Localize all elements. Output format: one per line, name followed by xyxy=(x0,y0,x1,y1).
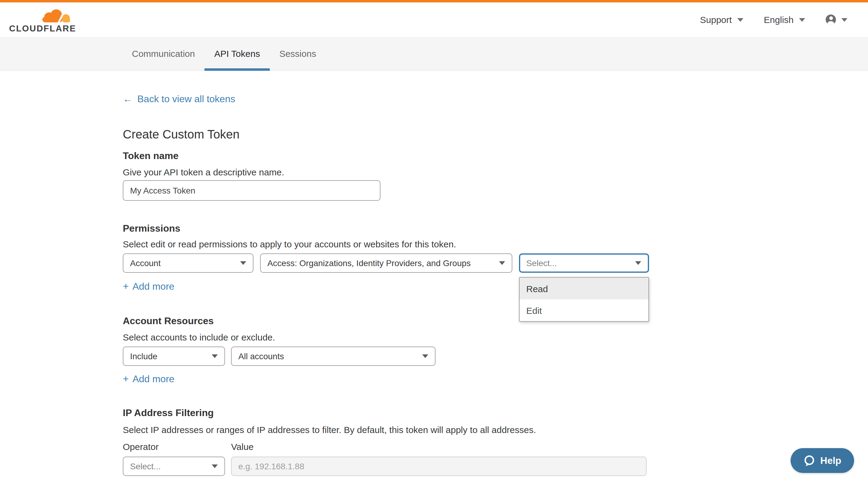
tab-label: Communication xyxy=(132,49,195,59)
ip-filtering-labels: Operator Value xyxy=(123,442,868,451)
tab-communication[interactable]: Communication xyxy=(122,37,205,70)
token-name-heading: Token name xyxy=(123,151,868,161)
active-tab-underline xyxy=(205,68,270,71)
token-name-input[interactable] xyxy=(123,180,380,201)
permissions-row: Account Access: Organizations, Identity … xyxy=(123,253,868,273)
header-nav: Support English xyxy=(700,2,848,37)
back-arrow-icon: ← xyxy=(123,94,132,104)
add-more-permission-link[interactable]: + Add more xyxy=(123,282,175,291)
top-accent-bar xyxy=(0,0,868,2)
support-menu[interactable]: Support xyxy=(700,14,743,25)
permission-level-menu: Read Edit xyxy=(519,277,649,322)
tab-label: Sessions xyxy=(279,49,316,59)
chevron-down-icon xyxy=(841,18,847,22)
chat-bubble-icon xyxy=(803,454,815,467)
tab-label: API Tokens xyxy=(214,49,260,59)
permission-level-select[interactable]: Select... xyxy=(519,253,649,273)
menu-option-edit[interactable]: Edit xyxy=(520,299,648,321)
main-content: ← Back to view all tokens Create Custom … xyxy=(0,71,868,476)
permission-resource-value: Access: Organizations, Identity Provider… xyxy=(267,258,471,268)
chevron-down-icon xyxy=(799,18,805,22)
help-label: Help xyxy=(820,455,841,466)
ip-filtering-description: Select IP addresses or ranges of IP addr… xyxy=(123,425,868,434)
token-name-description: Give your API token a descriptive name. xyxy=(123,167,868,176)
account-resources-row: Include All accounts xyxy=(123,347,868,366)
resource-accounts-value: All accounts xyxy=(238,351,284,361)
ip-value-input[interactable] xyxy=(231,457,647,476)
caret-down-icon xyxy=(212,464,218,468)
back-link-label: Back to view all tokens xyxy=(137,94,235,104)
tab-bar: Communication API Tokens Sessions xyxy=(0,37,868,71)
back-link[interactable]: ← Back to view all tokens xyxy=(123,94,235,104)
cloudflare-wordmark: CLOUDFLARE xyxy=(9,25,72,33)
plus-icon: + xyxy=(123,282,129,291)
plus-icon: + xyxy=(123,374,129,384)
ip-operator-select[interactable]: Select... xyxy=(123,457,225,476)
caret-down-icon xyxy=(499,261,505,265)
account-resources-heading: Account Resources xyxy=(123,316,868,326)
ip-filtering-row: Select... xyxy=(123,457,868,476)
tab-sessions[interactable]: Sessions xyxy=(270,37,326,70)
cloudflare-cloud-icon xyxy=(40,9,72,24)
permission-scope-value: Account xyxy=(130,258,161,268)
language-menu[interactable]: English xyxy=(764,14,805,25)
tab-api-tokens[interactable]: API Tokens xyxy=(205,37,270,70)
user-avatar-icon xyxy=(826,14,836,25)
cloudflare-dashboard: CLOUDFLARE Support English Communication xyxy=(0,0,868,482)
permission-level-placeholder: Select... xyxy=(526,258,557,268)
caret-down-icon xyxy=(212,354,218,358)
language-label: English xyxy=(764,14,794,25)
resource-mode-value: Include xyxy=(130,351,157,361)
permissions-heading: Permissions xyxy=(123,224,868,233)
account-menu[interactable] xyxy=(826,14,847,25)
page-title: Create Custom Token xyxy=(123,128,868,141)
caret-down-icon xyxy=(635,261,641,265)
resource-accounts-select[interactable]: All accounts xyxy=(231,347,435,366)
cloudflare-logo[interactable]: CLOUDFLARE xyxy=(9,9,72,33)
support-label: Support xyxy=(700,14,732,25)
header: CLOUDFLARE Support English xyxy=(0,2,868,37)
permission-scope-select[interactable]: Account xyxy=(123,253,253,273)
permission-level-wrap: Select... Read Edit xyxy=(519,253,649,273)
help-button[interactable]: Help xyxy=(790,448,854,473)
add-more-label: Add more xyxy=(132,374,175,384)
permission-resource-select[interactable]: Access: Organizations, Identity Provider… xyxy=(260,253,512,273)
caret-down-icon xyxy=(240,261,246,265)
chevron-down-icon xyxy=(737,18,743,22)
ip-filtering-heading: IP Address Filtering xyxy=(123,408,868,418)
ip-operator-placeholder: Select... xyxy=(130,461,161,471)
caret-down-icon xyxy=(422,354,428,358)
add-more-account-resource-link[interactable]: + Add more xyxy=(123,374,175,384)
value-label: Value xyxy=(231,442,254,451)
permissions-description: Select edit or read permissions to apply… xyxy=(123,239,868,249)
operator-label: Operator xyxy=(123,442,231,451)
add-more-label: Add more xyxy=(132,282,175,291)
resource-mode-select[interactable]: Include xyxy=(123,347,225,366)
account-resources-description: Select accounts to include or exclude. xyxy=(123,333,868,342)
menu-option-read[interactable]: Read xyxy=(520,278,648,299)
